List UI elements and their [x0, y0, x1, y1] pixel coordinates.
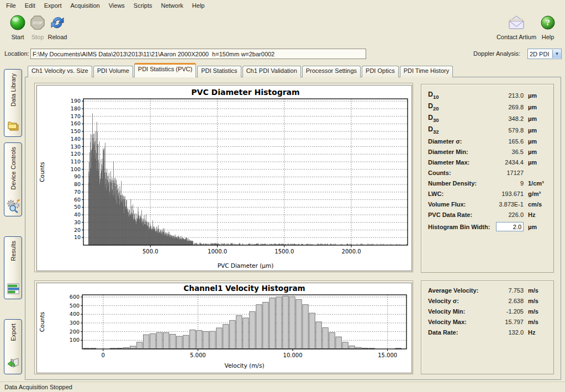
stat-row-diameter-min: Diameter Min:36.5µm: [428, 146, 549, 157]
pvc-diameter-histogram-chart: PVC Diameter Histogram102030405060708090…: [37, 86, 411, 271]
pvc-histogram-groupbox: PVC Diameter Histogram102030405060708090…: [34, 83, 413, 272]
stat-label: D32: [428, 125, 439, 135]
stat-label: Diameter Max:: [428, 159, 469, 166]
svg-text:5.000: 5.000: [190, 352, 206, 358]
stat-unit: m/s: [528, 298, 549, 304]
stat-value: 348.2: [485, 115, 524, 122]
stat-label: D30: [428, 114, 439, 123]
stat-label: Diameter Min:: [428, 149, 468, 155]
svg-text:40: 40: [74, 211, 81, 218]
tab-pdi-statistics[interactable]: PDI Statistics: [197, 66, 241, 77]
tab-ch1-pdi-validation[interactable]: Ch1 PDI Validation: [242, 66, 301, 77]
stat-unit: µm: [528, 149, 549, 155]
stat-row-lwc: LWC:193.671g/m³: [428, 188, 549, 199]
stat-unit: µm: [528, 115, 549, 122]
svg-text:110: 110: [71, 158, 81, 165]
svg-text:PVC Diameter Histogram: PVC Diameter Histogram: [191, 88, 299, 97]
svg-text:150: 150: [71, 128, 81, 134]
histogram-bin-width-input[interactable]: [496, 222, 524, 231]
sidebar-item-label: Export: [10, 324, 17, 341]
export-icon: [6, 357, 20, 371]
tab-processor-settings[interactable]: Processor Settings: [302, 66, 361, 77]
menu-item-acquisition[interactable]: Acquisition: [66, 1, 104, 10]
stat-unit: 1/cm³: [528, 180, 549, 187]
svg-text:140: 140: [71, 136, 81, 142]
svg-text:170: 170: [71, 113, 81, 119]
stat-unit: g/m³: [528, 190, 549, 197]
sidebar-item-label: Device Controls: [10, 147, 17, 190]
stat-unit: µm: [528, 224, 549, 230]
stat-value: 132.0: [485, 329, 524, 336]
contact-artium-button[interactable]: Contact Artium: [495, 14, 538, 40]
doppler-analysis-select[interactable]: 2D PDI ▼: [527, 49, 562, 59]
stat-row-average-velocity: Average Velocity:7.753m/s: [428, 285, 549, 295]
stat-row-d30: D30348.2µm: [428, 113, 549, 124]
stat-label: Average Velocity:: [428, 287, 478, 294]
envelope-icon: [507, 14, 526, 32]
stat-value: 165.6: [485, 138, 524, 145]
stat-value: 7.753: [485, 287, 524, 294]
stat-label: D20: [428, 102, 439, 112]
stat-unit: µm: [528, 127, 549, 134]
menu-item-edit[interactable]: Edit: [20, 1, 40, 10]
sidebar-item-results[interactable]: Results: [4, 236, 22, 299]
tab-pdi-statistics-pvc[interactable]: PDI Statistics (PVC): [134, 63, 196, 77]
stat-value: 213.0: [485, 92, 524, 99]
stat-row-histogram-bin-width: Histogram Bin Width:µm: [428, 221, 549, 232]
sidebar-item-label: Results: [10, 241, 17, 261]
stat-row-velocity-min: Velocity Min:-1.205m/s: [428, 306, 549, 316]
reload-button[interactable]: Reload: [45, 14, 70, 40]
tab-pdi-time-history[interactable]: PDI Time History: [400, 66, 453, 77]
tab-pdi-volume[interactable]: PDI Volume: [93, 66, 133, 77]
velocity-histogram-groupbox: Channel1 Velocity Histogram1002003004005…: [34, 280, 413, 374]
svg-text:PVC Diameter (µm): PVC Diameter (µm): [218, 262, 274, 269]
tab-ch1-velocity-vs-size[interactable]: Ch1 Velocity vs. Size: [28, 66, 92, 77]
stat-unit: µm: [528, 92, 549, 99]
stat-unit: m/s: [528, 287, 549, 294]
stat-label: LWC:: [428, 190, 443, 197]
svg-text:Channel1 Velocity Histogram: Channel1 Velocity Histogram: [183, 284, 305, 293]
stat-value: -1.205: [485, 308, 524, 315]
stat-label: Counts:: [428, 169, 451, 176]
menu-item-scripts[interactable]: Scripts: [129, 1, 157, 10]
stat-unit: µm: [528, 104, 549, 110]
sidebar-item-export[interactable]: Export: [4, 319, 22, 374]
stat-row-counts: Counts:17127: [428, 167, 549, 178]
stat-label: Data Rate:: [428, 329, 458, 336]
stat-value: 15.797: [485, 319, 524, 325]
location-input[interactable]: [30, 49, 366, 59]
toolbar: Start STOP Stop Reload: [0, 11, 565, 45]
stat-value: 2.638: [485, 298, 524, 304]
contact-artium-label: Contact Artium: [495, 34, 538, 40]
sidebar-item-device-controls[interactable]: Device Controls: [4, 142, 22, 216]
svg-text:100: 100: [70, 337, 80, 343]
pvc-histogram-plot: PVC Diameter Histogram102030405060708090…: [36, 85, 412, 271]
menu-item-export[interactable]: Export: [40, 1, 66, 10]
stat-value: 579.8: [485, 127, 524, 134]
chevron-down-icon[interactable]: ▼: [552, 50, 561, 58]
menu-item-help[interactable]: Help: [188, 1, 209, 10]
stat-label: PVC Data Rate:: [428, 211, 472, 218]
svg-text:500: 500: [70, 303, 80, 309]
menu-item-file[interactable]: File: [2, 1, 20, 10]
stat-row-diameter-max: Diameter Max:2434.4µm: [428, 157, 549, 167]
stat-row-pvc-data-rate: PVC Data Rate:226.0Hz: [428, 209, 549, 220]
stat-unit: µm: [528, 159, 549, 166]
status-bar: Data Acquisition Stopped: [0, 382, 565, 392]
doppler-analysis-value: 2D PDI: [528, 51, 552, 57]
menu-item-views[interactable]: Views: [104, 1, 129, 10]
sidebar-item-data-library[interactable]: Data Library: [4, 69, 22, 137]
stat-row-data-rate: Data Rate:132.0Hz: [428, 327, 549, 337]
stat-row-velocity-max: Velocity Max:15.797m/s: [428, 316, 549, 327]
svg-text:130: 130: [71, 144, 81, 150]
stat-value: 3.873E-1: [485, 201, 524, 208]
stat-label: D10: [428, 91, 439, 100]
stat-unit: µm: [528, 138, 549, 145]
menu-item-network[interactable]: Network: [156, 1, 187, 10]
svg-text:80: 80: [74, 181, 81, 187]
tab-pdi-optics[interactable]: PDI Optics: [362, 66, 399, 77]
svg-text:400: 400: [70, 311, 80, 317]
help-button[interactable]: ? Help: [537, 14, 559, 40]
svg-text:160: 160: [71, 120, 81, 126]
location-label: Location:: [4, 50, 29, 57]
